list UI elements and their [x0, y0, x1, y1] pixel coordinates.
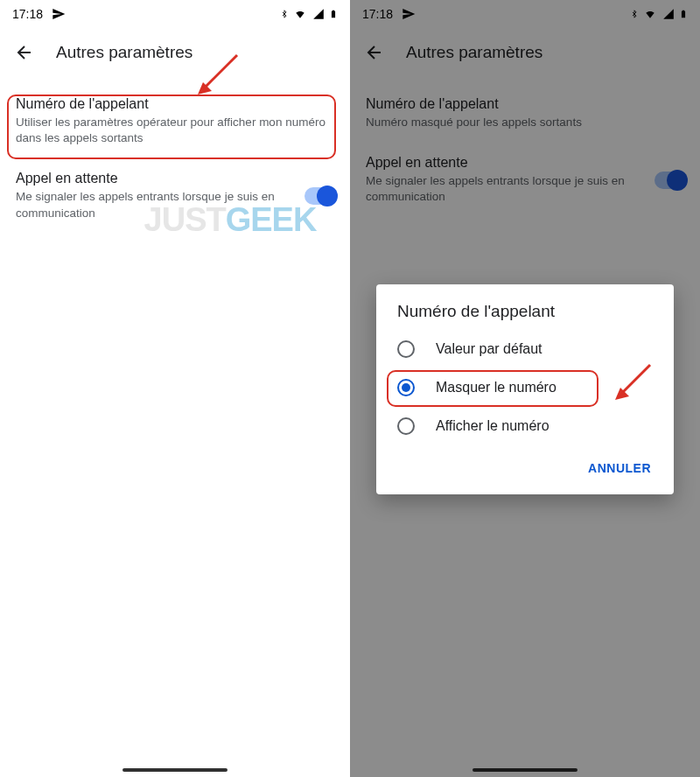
back-button[interactable] — [14, 42, 35, 63]
dialog-actions: ANNULER — [376, 445, 674, 487]
send-icon — [52, 7, 66, 21]
screen-right: 17:18 Autres paramètres — [350, 0, 700, 777]
page-title: Autres paramètres — [56, 43, 192, 62]
setting-subtitle: Utiliser les paramètres opérateur pour a… — [16, 115, 334, 146]
dialog-title: Numéro de l'appelant — [376, 302, 674, 330]
bluetooth-icon — [280, 7, 289, 21]
annotation-arrow — [608, 359, 656, 410]
battery-icon — [329, 7, 338, 21]
status-bar: 17:18 — [0, 0, 350, 28]
radio-icon — [397, 340, 415, 358]
radio-icon — [397, 379, 415, 396]
watermark: JUSTGEEK — [144, 201, 317, 239]
wifi-icon — [292, 8, 308, 20]
signal-icon — [312, 8, 326, 20]
setting-caller-id[interactable]: Numéro de l'appelant Utiliser les paramè… — [0, 84, 350, 158]
setting-title: Numéro de l'appelant — [16, 96, 334, 112]
setting-title: Appel en attente — [16, 171, 289, 186]
radio-icon — [397, 417, 415, 435]
radio-label: Masquer le numéro — [436, 380, 556, 396]
svg-line-2 — [621, 365, 650, 394]
app-bar: Autres paramètres — [0, 28, 350, 77]
status-time: 17:18 — [12, 7, 43, 21]
screen-left: 17:18 Autres paramètres — [0, 0, 350, 777]
radio-label: Afficher le numéro — [436, 418, 550, 434]
radio-label: Valeur par défaut — [436, 341, 542, 357]
cancel-button[interactable]: ANNULER — [579, 454, 660, 482]
radio-option-show[interactable]: Afficher le numéro — [376, 407, 674, 445]
nav-bar[interactable] — [122, 768, 228, 772]
